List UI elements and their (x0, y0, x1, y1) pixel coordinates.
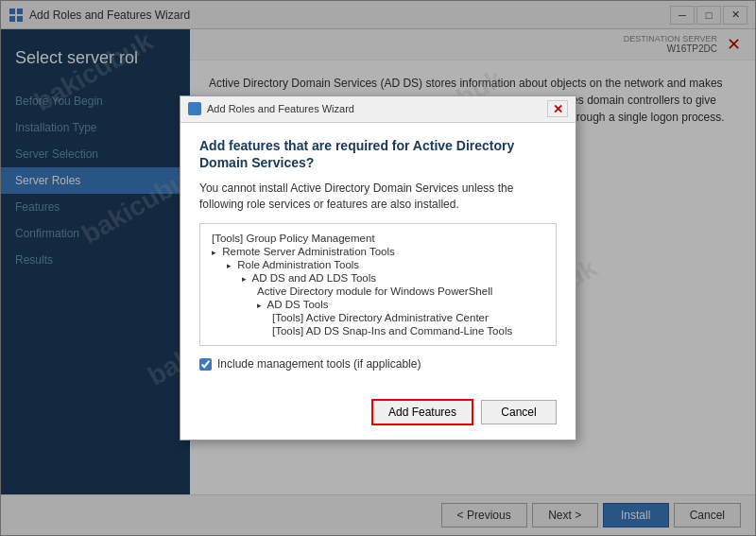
tree-item-0: [Tools] Group Policy Management (208, 232, 548, 245)
dialog-cancel-button[interactable]: Cancel (481, 400, 557, 424)
dialog-text: You cannot install Active Directory Doma… (199, 181, 557, 213)
checkbox-label: Include management tools (if applicable) (217, 357, 421, 371)
tree-item-7: [Tools] AD DS Snap-Ins and Command-Line … (208, 324, 548, 337)
tree-arrow: ▸ (227, 261, 232, 270)
tree-item-5: ▸ AD DS Tools (208, 298, 548, 311)
tree-item-3: ▸ AD DS and AD LDS Tools (208, 271, 548, 285)
tree-item-text: [Tools] Group Policy Management (212, 233, 375, 244)
dialog-close-button[interactable]: ✕ (547, 100, 568, 117)
dialog-title-bar: Add Roles and Features Wizard ✕ (180, 96, 576, 123)
management-tools-checkbox[interactable] (199, 358, 212, 371)
tree-item-4: Active Directory module for Windows Powe… (208, 285, 548, 298)
dialog-icon (188, 102, 201, 115)
tree-arrow: ▸ (212, 248, 216, 257)
tree-arrow: ▸ (257, 301, 262, 310)
dialog-heading: Add features that are required for Activ… (199, 137, 557, 171)
tree-item-text: Role Administration Tools (237, 259, 359, 270)
tree-item-text: AD DS Tools (267, 299, 329, 310)
add-features-button[interactable]: Add Features (371, 399, 473, 425)
features-tree-list: [Tools] Group Policy Management ▸ Remote… (199, 223, 557, 346)
tree-item-2: ▸ Role Administration Tools (208, 258, 548, 271)
tree-item-1: ▸ Remote Server Administration Tools (208, 245, 548, 258)
management-tools-checkbox-row: Include management tools (if applicable) (199, 357, 557, 371)
tree-item-text: Active Directory module for Windows Powe… (257, 285, 492, 297)
dialog-title-text: Add Roles and Features Wizard (207, 103, 547, 114)
tree-item-text: AD DS and AD LDS Tools (252, 272, 376, 284)
dialog-footer: Add Features Cancel (180, 399, 576, 440)
dialog: Add Roles and Features Wizard ✕ Add feat… (180, 95, 576, 441)
tree-item-6: [Tools] Active Directory Administrative … (208, 311, 548, 324)
tree-item-text: Remote Server Administration Tools (222, 246, 395, 257)
dialog-body: Add features that are required for Activ… (180, 123, 576, 400)
tree-item-text: [Tools] Active Directory Administrative … (272, 312, 489, 323)
tree-item-text: [Tools] AD DS Snap-Ins and Command-Line … (272, 325, 512, 337)
modal-overlay: Add Roles and Features Wizard ✕ Add feat… (0, 0, 756, 536)
tree-arrow: ▸ (242, 274, 247, 284)
